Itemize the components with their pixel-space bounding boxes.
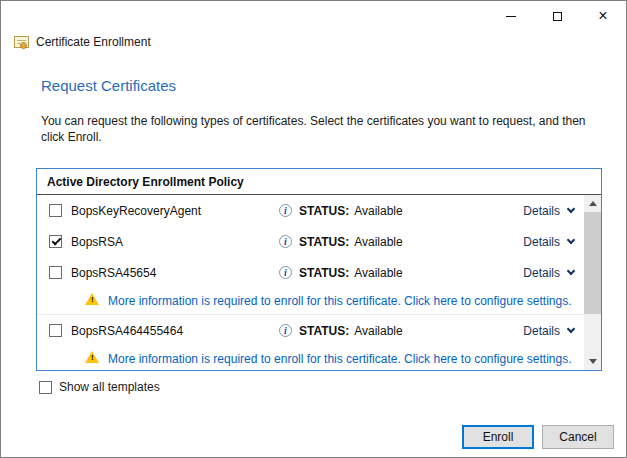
warning-icon: !: [85, 351, 99, 363]
template-rows: BopsKeyRecoveryAgent i STATUS: Available…: [37, 195, 584, 370]
chevron-down-icon: [567, 266, 575, 274]
chevron-down-icon: [567, 204, 575, 212]
details-toggle[interactable]: Details: [523, 204, 574, 218]
details-toggle[interactable]: Details: [523, 266, 574, 280]
template-row[interactable]: BopsRSA464455464 i STATUS: Available Det…: [37, 315, 584, 346]
template-row[interactable]: BopsKeyRecoveryAgent i STATUS: Available…: [37, 195, 584, 226]
template-row[interactable]: BopsRSA45654 i STATUS: Available Details: [37, 257, 584, 288]
scroll-down-button[interactable]: [584, 353, 601, 370]
chevron-down-icon: [567, 324, 575, 332]
vertical-scrollbar[interactable]: [584, 195, 601, 370]
warning-icon: !: [85, 293, 99, 305]
maximize-icon: [553, 12, 562, 21]
template-checkbox[interactable]: [49, 266, 62, 279]
chevron-down-icon: [567, 235, 575, 243]
show-all-templates[interactable]: Show all templates: [39, 380, 160, 394]
status-value: Available: [354, 235, 402, 249]
info-glyph: i: [284, 237, 287, 247]
template-name: BopsRSA: [71, 235, 279, 249]
info-icon: i: [279, 235, 292, 248]
status-label: STATUS:: [299, 266, 349, 280]
show-all-label: Show all templates: [59, 380, 160, 394]
status-value: Available: [354, 204, 402, 218]
minimize-icon: [506, 16, 516, 17]
show-all-checkbox[interactable]: [39, 381, 52, 394]
info-glyph: i: [284, 326, 287, 336]
certificate-icon: [14, 36, 29, 48]
arrow-down-icon: [589, 359, 597, 364]
status-label: STATUS:: [299, 235, 349, 249]
status-value: Available: [354, 266, 402, 280]
template-checkbox[interactable]: [49, 324, 62, 337]
info-glyph: i: [284, 268, 287, 278]
enroll-button[interactable]: Enroll: [462, 425, 534, 449]
app-title: Certificate Enrollment: [36, 35, 151, 49]
template-name: BopsRSA464455464: [71, 324, 279, 338]
template-checkbox[interactable]: [49, 235, 62, 248]
cancel-button[interactable]: Cancel: [542, 425, 614, 449]
scrollbar-thumb[interactable]: [584, 212, 601, 314]
details-label: Details: [523, 324, 560, 338]
status-value: Available: [354, 324, 402, 338]
certificate-list: Active Directory Enrollment Policy BopsK…: [36, 168, 602, 371]
close-icon: ×: [598, 8, 607, 24]
details-toggle[interactable]: Details: [523, 324, 574, 338]
template-warning-row: ! More information is required to enroll…: [37, 346, 584, 370]
intro-text: You can request the following types of c…: [41, 113, 597, 145]
list-body: BopsKeyRecoveryAgent i STATUS: Available…: [37, 195, 601, 370]
template-name: BopsKeyRecoveryAgent: [71, 204, 279, 218]
page-title: Request Certificates: [41, 77, 176, 94]
template-name: BopsRSA45654: [71, 266, 279, 280]
scroll-up-button[interactable]: [584, 195, 601, 212]
details-toggle[interactable]: Details: [523, 235, 574, 249]
maximize-button[interactable]: [534, 1, 580, 31]
details-label: Details: [523, 235, 560, 249]
details-label: Details: [523, 266, 560, 280]
titlebar: ×: [488, 1, 626, 31]
action-buttons: Enroll Cancel: [462, 425, 614, 449]
configure-settings-link[interactable]: More information is required to enroll f…: [108, 294, 572, 308]
app-header: Certificate Enrollment: [14, 35, 151, 49]
warning-glyph: !: [91, 353, 94, 362]
info-glyph: i: [284, 206, 287, 216]
details-label: Details: [523, 204, 560, 218]
scrollbar-track[interactable]: [584, 212, 601, 353]
policy-header: Active Directory Enrollment Policy: [37, 169, 601, 195]
minimize-button[interactable]: [488, 1, 534, 31]
warning-glyph: !: [91, 295, 94, 304]
template-warning-row: ! More information is required to enroll…: [37, 288, 584, 315]
template-row[interactable]: BopsRSA i STATUS: Available Details: [37, 226, 584, 257]
configure-settings-link[interactable]: More information is required to enroll f…: [108, 352, 572, 366]
status-label: STATUS:: [299, 324, 349, 338]
template-checkbox[interactable]: [49, 204, 62, 217]
arrow-up-icon: [589, 201, 597, 206]
info-icon: i: [279, 324, 292, 337]
close-button[interactable]: ×: [580, 1, 626, 31]
info-icon: i: [279, 266, 292, 279]
status-label: STATUS:: [299, 204, 349, 218]
certificate-enrollment-window: × Certificate Enrollment Request Certifi…: [0, 0, 627, 458]
info-icon: i: [279, 204, 292, 217]
